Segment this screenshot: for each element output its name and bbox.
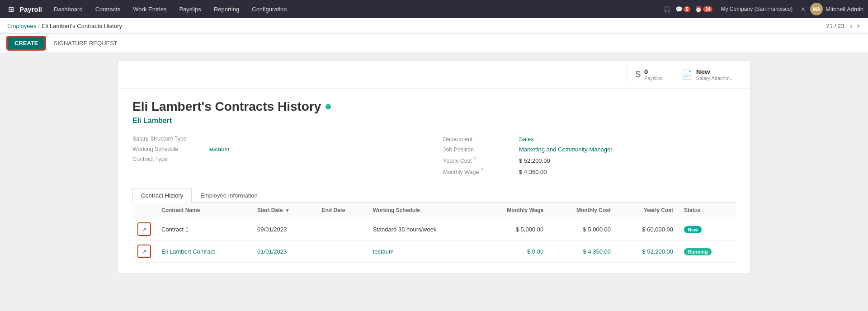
- apps-icon[interactable]: ⊞: [5, 5, 18, 14]
- salary-attachment-stat[interactable]: 📄 New Salary Attachm...: [672, 65, 743, 84]
- yearly-cost-cell: $ 52,200.00: [616, 240, 679, 263]
- start-date-cell: 09/01/2023: [252, 218, 316, 240]
- chat-badge: 5: [684, 6, 691, 12]
- open-record-button[interactable]: ↗: [138, 245, 151, 258]
- pagination-nav: 21 / 23 ‹ ›: [826, 22, 861, 30]
- action-bar: CREATE SIGNATURE REQUEST: [0, 34, 868, 53]
- th-monthly-cost: Monthly Cost: [549, 203, 616, 218]
- form-area: Eli Lambert's Contracts History Eli Lamb…: [118, 89, 750, 273]
- table-row: ↗Eli Lambert Contract01/01/2023testaum$ …: [132, 240, 736, 263]
- payslips-stat[interactable]: $ 0 Payslips: [626, 65, 672, 84]
- monthly-wage-tooltip[interactable]: ?: [481, 168, 483, 173]
- signature-request-button[interactable]: SIGNATURE REQUEST: [49, 38, 122, 49]
- nav-payslips[interactable]: Payslips: [173, 0, 207, 18]
- department-label: Department: [443, 136, 515, 142]
- breadcrumb-bar: Employees / Eli Lambert's Contracts Hist…: [0, 18, 868, 34]
- chat-icon[interactable]: 💬 5: [675, 6, 691, 13]
- pagination-count: 21 / 23: [826, 23, 844, 29]
- dollar-icon: $: [636, 69, 641, 80]
- nav-dashboard[interactable]: Dashboard: [47, 0, 89, 18]
- end-date-cell: [316, 240, 367, 263]
- job-position-row: Job Position Marketing and Community Man…: [443, 144, 736, 155]
- app-brand: Payroll: [18, 5, 47, 13]
- breadcrumb: Employees / Eli Lambert's Contracts Hist…: [7, 23, 122, 29]
- contract-name-cell[interactable]: Eli Lambert Contract: [156, 240, 252, 263]
- monthly-wage-label: Monthly Wage ?: [443, 168, 515, 175]
- clock-icon[interactable]: ⏰ 34: [695, 6, 712, 13]
- working-schedule-cell: Standard 35 hours/week: [368, 218, 479, 240]
- status-dot: [326, 104, 331, 109]
- th-icon: [132, 203, 156, 218]
- tab-contract-history[interactable]: Contract History: [132, 188, 192, 203]
- form-title-row: Eli Lambert's Contracts History: [132, 99, 736, 114]
- working-schedule-row: Working Schedule testaum: [132, 144, 425, 154]
- updates-badge: 34: [703, 6, 712, 12]
- th-working-schedule: Working Schedule: [368, 203, 479, 218]
- th-end-date: End Date: [316, 203, 367, 218]
- contract-table: Contract Name Start Date ▼ End Date: [132, 203, 736, 263]
- tab-employee-information[interactable]: Employee Information: [192, 188, 266, 203]
- status-badge: Running: [684, 248, 712, 255]
- yearly-cost-row: Yearly Cost ? $ 52,200.00: [443, 155, 736, 166]
- main-content: $ 0 Payslips 📄 New Salary Attachm... Eli…: [0, 53, 868, 281]
- working-schedule-cell[interactable]: testaum: [368, 240, 479, 263]
- right-fields: Department Sales Job Position Marketing …: [443, 134, 736, 177]
- payslips-label: Payslips: [644, 75, 663, 81]
- main-card: $ 0 Payslips 📄 New Salary Attachm... Eli…: [118, 60, 750, 274]
- job-position-label: Job Position: [443, 146, 515, 153]
- contract-type-row: Contract Type: [132, 154, 425, 164]
- monthly-wage-cell: $ 0.00: [478, 240, 549, 263]
- user-name: Mitchell Admin: [826, 6, 863, 13]
- nav-reporting[interactable]: Reporting: [208, 0, 245, 18]
- job-position-value[interactable]: Marketing and Community Manager: [519, 146, 613, 153]
- attachment-icon: 📄: [681, 69, 693, 80]
- page-title: Eli Lambert's Contracts History: [132, 99, 321, 114]
- breadcrumb-current: Eli Lambert's Contracts History: [42, 23, 122, 29]
- monthly-wage-value: $ 4,350.00: [519, 169, 547, 175]
- yearly-cost-tooltip[interactable]: ?: [473, 156, 476, 161]
- status-cell: New: [679, 218, 736, 240]
- monthly-wage-cell: $ 5,000.00: [478, 218, 549, 240]
- create-button[interactable]: CREATE: [7, 37, 45, 50]
- external-link-icon: ↗: [142, 248, 147, 255]
- separator-icon: ✕: [801, 6, 806, 13]
- breadcrumb-employees-link[interactable]: Employees: [7, 23, 36, 29]
- form-grid: Salary Structure Type Working Schedule t…: [132, 134, 736, 177]
- left-fields: Salary Structure Type Working Schedule t…: [132, 134, 425, 177]
- breadcrumb-separator: /: [38, 23, 40, 29]
- yearly-cost-cell: $ 60,000.00: [616, 218, 679, 240]
- monthly-cost-cell: $ 4,350.00: [549, 240, 616, 263]
- th-yearly-cost: Yearly Cost: [616, 203, 679, 218]
- sort-icon: ▼: [285, 208, 290, 213]
- employee-name-link[interactable]: Eli Lambert: [132, 117, 736, 125]
- th-start-date[interactable]: Start Date ▼: [252, 203, 316, 218]
- company-name: My Company (San Francisco): [717, 6, 796, 12]
- next-arrow[interactable]: ›: [856, 22, 861, 30]
- salary-structure-label: Salary Structure Type: [132, 136, 205, 142]
- top-navigation: ⊞ Payroll Dashboard Contracts Work Entri…: [0, 0, 868, 18]
- user-menu[interactable]: MA Mitchell Admin: [810, 3, 863, 15]
- topnav-right-section: 🎧 💬 5 ⏰ 34 My Company (San Francisco) ✕ …: [664, 3, 863, 15]
- contract-name-cell: Contract 1: [156, 218, 252, 240]
- nav-work-entries[interactable]: Work Entries: [127, 0, 173, 18]
- th-contract-name: Contract Name: [156, 203, 252, 218]
- open-record-button[interactable]: ↗: [138, 223, 151, 236]
- working-schedule-value[interactable]: testaum: [208, 146, 229, 152]
- th-status: Status: [679, 203, 736, 218]
- salary-attach-label: Salary Attachm...: [696, 75, 734, 81]
- stat-bar: $ 0 Payslips 📄 New Salary Attachm...: [118, 61, 750, 89]
- nav-menu: Dashboard Contracts Work Entries Payslip…: [47, 0, 664, 18]
- status-cell: Running: [679, 240, 736, 263]
- salary-attach-count: New: [696, 68, 734, 75]
- external-link-icon: ↗: [142, 226, 147, 233]
- payslips-count: 0: [644, 68, 663, 75]
- support-icon[interactable]: 🎧: [664, 6, 671, 13]
- prev-arrow[interactable]: ‹: [849, 22, 854, 30]
- yearly-cost-value: $ 52,200.00: [519, 157, 550, 164]
- nav-configuration[interactable]: Configuration: [245, 0, 293, 18]
- salary-structure-row: Salary Structure Type: [132, 134, 425, 144]
- nav-contracts[interactable]: Contracts: [89, 0, 127, 18]
- monthly-cost-cell: $ 5,000.00: [549, 218, 616, 240]
- start-date-cell[interactable]: 01/01/2023: [252, 240, 316, 263]
- department-value[interactable]: Sales: [519, 136, 534, 142]
